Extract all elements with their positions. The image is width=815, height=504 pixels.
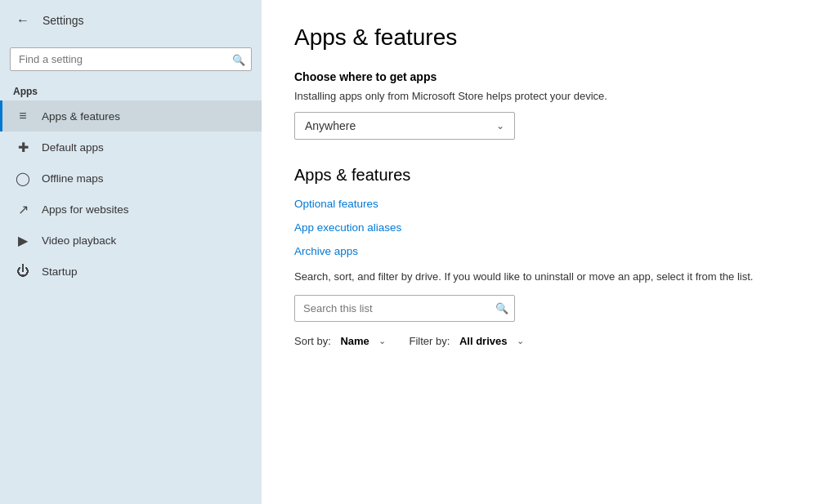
filter-by-value: All drives [459,335,508,347]
archive-apps-link[interactable]: Archive apps [294,245,782,257]
filter-chevron-icon: ⌄ [517,336,524,346]
search-list-input[interactable] [294,295,515,322]
apps-section-label: Apps [0,81,262,100]
sidebar-search-input[interactable] [10,47,252,71]
filter-row: Sort by: Name ⌄ Filter by: All drives ⌄ [294,335,782,347]
sidebar-item-apps-features[interactable]: ≡ Apps & features [0,100,262,132]
video-playback-label: Video playback [42,234,116,247]
apps-features-label: Apps & features [42,110,120,123]
choose-apps-description: Installing apps only from Microsoft Stor… [294,90,782,102]
dropdown-value: Anywhere [305,119,356,132]
sidebar-item-video-playback[interactable]: ▶ Video playback [0,225,262,256]
sidebar-item-default-apps[interactable]: ✚ Default apps [0,132,262,163]
sort-chevron-icon: ⌄ [378,336,386,346]
optional-features-link[interactable]: Optional features [294,198,782,210]
app-execution-aliases-link[interactable]: App execution aliases [294,221,782,234]
apps-features-section-title: Apps & features [294,166,782,185]
main-content: Apps & features Choose where to get apps… [262,0,815,504]
sidebar: ← Settings 🔍 Apps ≡ Apps & features ✚ De… [0,0,262,504]
offline-maps-label: Offline maps [42,172,104,185]
apps-websites-icon: ↗ [16,202,30,216]
page-title: Apps & features [294,25,782,51]
dropdown-chevron-icon: ⌄ [496,120,504,132]
sort-by-value: Name [340,335,369,347]
video-playback-icon: ▶ [16,233,30,248]
apps-features-section: Apps & features Optional features App ex… [294,166,782,347]
sidebar-title: Settings [43,14,84,27]
back-button[interactable]: ← [13,10,33,31]
sidebar-item-startup[interactable]: ⏻ Startup [0,256,262,287]
default-apps-icon: ✚ [16,140,30,154]
anywhere-dropdown[interactable]: Anywhere ⌄ [294,112,515,140]
dropdown-wrapper: Anywhere ⌄ [294,112,782,140]
sidebar-header: ← Settings [0,0,262,41]
sidebar-item-apps-websites[interactable]: ↗ Apps for websites [0,194,262,225]
sidebar-item-offline-maps[interactable]: ◯ Offline maps [0,163,262,194]
apps-websites-label: Apps for websites [42,203,129,216]
filter-by-label: Filter by: [409,335,450,347]
sort-by-control[interactable]: Sort by: Name ⌄ [294,335,386,347]
startup-label: Startup [42,265,78,278]
sidebar-search-box: 🔍 [10,47,252,71]
filter-by-control[interactable]: Filter by: All drives ⌄ [409,335,524,347]
default-apps-label: Default apps [42,141,104,154]
apps-features-icon: ≡ [16,109,30,123]
choose-apps-section: Choose where to get apps Installing apps… [294,70,782,140]
choose-apps-heading: Choose where to get apps [294,70,782,83]
startup-icon: ⏻ [16,264,30,279]
sort-by-label: Sort by: [294,335,331,347]
offline-maps-icon: ◯ [16,171,30,185]
apps-list-description: Search, sort, and filter by drive. If yo… [294,269,782,285]
search-list-box: 🔍 [294,295,515,322]
